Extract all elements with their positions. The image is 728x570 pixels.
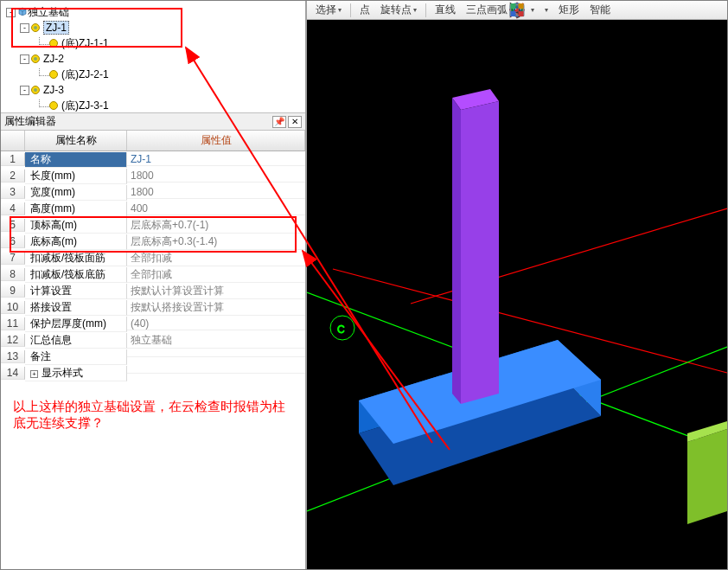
table-row[interactable]: 9计算设置按默认计算设置计算: [1, 283, 305, 299]
property-name: 汇总信息: [25, 333, 127, 349]
grid-header-value: 属性值: [127, 131, 305, 151]
row-index: 9: [1, 285, 25, 298]
property-value[interactable]: 层底标高+0.7(-1): [127, 218, 305, 234]
property-value[interactable]: 1800: [127, 170, 305, 183]
annotation-text: 以上这样的独立基础设置，在云检查时报错为柱底无连续支撑？: [1, 381, 305, 449]
property-name: 长度(mm): [25, 169, 127, 184]
table-row[interactable]: 10搭接设置按默认搭接设置计算: [1, 299, 305, 316]
table-row[interactable]: 14+显示样式: [1, 365, 305, 381]
close-icon[interactable]: ✕: [288, 116, 302, 128]
app-root: - 独立基础 - ZJ-1 (底)ZJ-1-1 - ZJ-2: [0, 0, 728, 570]
tree-item-zj2-child[interactable]: (底)ZJ-2-1: [61, 67, 109, 82]
left-panel: - 独立基础 - ZJ-1 (底)ZJ-1-1 - ZJ-2: [1, 1, 307, 569]
tree-collapse-icon[interactable]: -: [20, 86, 29, 95]
table-row[interactable]: 3宽度(mm)1800: [1, 184, 305, 201]
row-index: 2: [1, 170, 25, 183]
svg-marker-24: [687, 429, 727, 524]
node-icon: [31, 23, 40, 32]
cube-icon: [17, 6, 28, 18]
property-value[interactable]: ZJ-1: [127, 153, 305, 166]
table-row[interactable]: 12汇总信息独立基础: [1, 332, 305, 349]
property-editor-title: 属性编辑器: [4, 114, 56, 129]
property-grid: 属性名称 属性值 1名称ZJ-12长度(mm)18003宽度(mm)18004高…: [1, 131, 305, 381]
row-index: 5: [1, 219, 25, 232]
tree-item-zj2[interactable]: ZJ-2: [43, 53, 64, 65]
property-name: +显示样式: [25, 366, 127, 381]
table-row[interactable]: 6底标高(m)层底标高+0.3(-1.4): [1, 234, 305, 250]
property-value[interactable]: 全部扣减: [127, 267, 305, 283]
property-name: 高度(mm): [25, 202, 127, 217]
table-row[interactable]: 13备注: [1, 349, 305, 365]
property-name: 扣减板/筏板底筋: [25, 267, 127, 283]
node-icon: [31, 86, 40, 94]
row-index: 10: [1, 301, 25, 314]
property-value[interactable]: (40): [127, 317, 305, 330]
node-icon: [49, 39, 58, 48]
property-name: 扣减板/筏板面筋: [25, 251, 127, 266]
table-row[interactable]: 7扣减板/筏板面筋全部扣减: [1, 250, 305, 266]
table-row[interactable]: 11保护层厚度(mm)(40): [1, 316, 305, 332]
property-name: 备注: [25, 349, 127, 365]
property-value[interactable]: 按默认计算设置计算: [127, 284, 305, 299]
property-value[interactable]: 1800: [127, 186, 305, 199]
row-index: 3: [1, 186, 25, 199]
property-name: 名称: [25, 152, 127, 168]
property-value[interactable]: 独立基础: [127, 333, 305, 349]
node-icon: [31, 54, 40, 63]
property-name: 宽度(mm): [25, 185, 127, 201]
svg-text:C: C: [337, 323, 345, 336]
tree-branch-icon: [39, 37, 49, 45]
table-row[interactable]: 2长度(mm)1800: [1, 168, 305, 184]
tree-root-label[interactable]: 独立基础: [28, 5, 69, 20]
row-index: 8: [1, 268, 25, 281]
tree-collapse-icon[interactable]: -: [20, 54, 29, 64]
row-index: 13: [1, 350, 25, 363]
tree-item-zj3[interactable]: ZJ-3: [43, 84, 64, 96]
property-value[interactable]: 全部扣减: [127, 251, 305, 266]
grid-body: 1名称ZJ-12长度(mm)18003宽度(mm)18004高度(mm)4005…: [1, 151, 305, 381]
property-value[interactable]: 400: [127, 202, 305, 215]
svg-marker-27: [452, 98, 461, 404]
tree-branch-icon: [39, 68, 49, 76]
node-icon: [49, 101, 58, 110]
table-row[interactable]: 4高度(mm)400: [1, 201, 305, 217]
property-editor-titlebar: 属性编辑器 📌 ✕: [1, 113, 305, 131]
table-row[interactable]: 8扣减板/筏板底筋全部扣减: [1, 266, 305, 283]
grid-header-name: 属性名称: [25, 131, 127, 151]
table-row[interactable]: 1名称ZJ-1: [1, 151, 305, 168]
property-name: 计算设置: [25, 284, 127, 299]
property-name: 搭接设置: [25, 300, 127, 316]
row-index: 1: [1, 153, 25, 166]
tree-collapse-icon[interactable]: -: [6, 8, 16, 17]
property-value[interactable]: 层底标高+0.3(-1.4): [127, 234, 305, 250]
pin-icon[interactable]: 📌: [272, 116, 286, 128]
property-value[interactable]: [127, 356, 305, 357]
row-index: 6: [1, 235, 25, 248]
3d-scene[interactable]: C: [307, 1, 727, 569]
row-index: 14: [1, 367, 25, 380]
table-row[interactable]: 5顶标高(m)层底标高+0.7(-1): [1, 217, 305, 234]
tree-item-zj1[interactable]: ZJ-1: [43, 21, 69, 35]
row-index: 11: [1, 317, 25, 330]
row-index: 12: [1, 334, 25, 347]
property-name: 顶标高(m): [25, 218, 127, 234]
tree-item-zj3-child[interactable]: (底)ZJ-3-1: [61, 99, 109, 113]
property-name: 保护层厚度(mm): [25, 317, 127, 332]
tree-panel: - 独立基础 - ZJ-1 (底)ZJ-1-1 - ZJ-2: [1, 1, 305, 113]
property-name: 底标高(m): [25, 234, 127, 250]
svg-marker-28: [461, 101, 499, 404]
node-icon: [49, 70, 58, 79]
tree-collapse-icon[interactable]: -: [20, 23, 29, 33]
grid-header-index: [1, 131, 25, 151]
grid-header: 属性名称 属性值: [1, 131, 305, 151]
property-value[interactable]: [127, 373, 305, 374]
row-index: 7: [1, 252, 25, 265]
tree-branch-icon: [39, 99, 49, 107]
3d-viewport[interactable]: 选择▾ 点 旋转点▾ 直线 三点画弧▾ ▾: [307, 1, 727, 569]
property-value[interactable]: 按默认搭接设置计算: [127, 300, 305, 316]
row-index: 4: [1, 202, 25, 215]
expand-icon[interactable]: +: [30, 370, 38, 378]
tree-item-zj1-child[interactable]: (底)ZJ-1-1: [61, 36, 109, 51]
